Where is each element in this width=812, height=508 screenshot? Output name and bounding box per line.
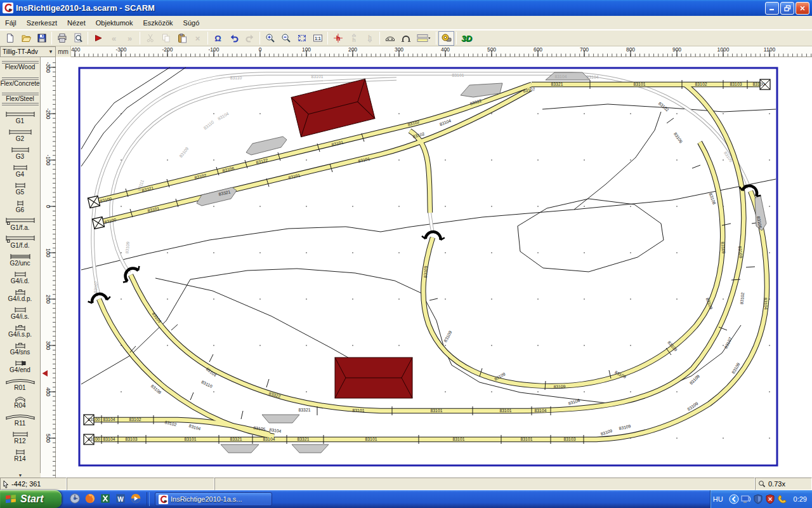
sidebar-item-g4-end[interactable]: G4/end [0,356,40,373]
track-library-selector[interactable]: Tillig-TT-Adv ▼ [0,46,56,57]
sidebar-item-label: R11 [15,420,26,427]
language-indicator[interactable]: HU [713,495,723,503]
sidebar-item-g3[interactable]: G3 [0,142,40,160]
media-player-icon[interactable] [130,493,143,505]
svg-text:83101: 83101 [452,73,464,77]
rotate-button[interactable]: Ω [210,31,226,46]
svg-text:W: W [117,496,124,503]
heights-button[interactable]: h [330,31,346,46]
track-piece-icon [3,358,38,366]
outlook-icon[interactable] [69,493,82,505]
svg-text:83104: 83104 [103,437,115,441]
status-message-panel [214,478,755,490]
sidebar-item-g1-f-a[interactable]: G1/f.a. [0,213,40,231]
firefox-icon[interactable] [84,493,97,505]
sidebar-item-label: G4/i.d. [11,277,29,284]
sidebar-item-g4-i-d[interactable]: G4/i.d. [0,267,40,284]
sidebar-item-label: R12 [14,438,25,444]
svg-text:83101: 83101 [353,408,365,413]
svg-text:83321: 83321 [551,82,563,86]
open-file-button[interactable] [18,31,34,46]
sidebar-item-r11[interactable]: R11 [0,409,40,427]
sidebar-item-label: G1 [16,117,24,124]
undo-button[interactable] [226,31,242,46]
menu-n-zet[interactable]: Nézet [62,17,91,29]
sidebar-item-r04[interactable]: R04 [0,391,40,409]
menu-s-g[interactable]: Súgó [178,17,205,29]
sidebar-item-g2[interactable]: G2 [0,124,40,142]
view-3d-button[interactable]: 3D [459,31,475,46]
start-button[interactable]: Start [0,490,62,508]
ruler-unit-label: mm [56,46,71,57]
track-plan-canvas[interactable]: 8332183101831028310383100831008332183102… [56,57,812,478]
sidebar-item-flex-steel[interactable]: Flex/Steel [0,90,40,107]
sidebar-item-flex-wood[interactable]: Flex/Wood [0,57,40,74]
track-piece-icon [3,411,38,420]
sidebar-item-r01[interactable]: R01 [0,373,40,391]
buffer-stop-icon[interactable] [88,196,100,208]
sidebar-item-g1[interactable]: G1 [0,107,40,124]
zoom-fit-button[interactable] [294,31,310,46]
sidebar-item-g4-i-s[interactable]: G4/i.s. [0,302,40,320]
tray-shield-blue-icon[interactable] [753,494,764,505]
track-piece-icon [3,376,38,384]
zoom-in-button[interactable] [262,31,278,46]
svg-text:h: h [336,34,340,42]
sidebar-item-g5[interactable]: G5 [0,178,40,196]
menu-szerkeszt[interactable]: Szerkeszt [22,17,62,29]
start-point-button[interactable] [90,31,106,46]
close-button[interactable] [796,2,809,15]
sidebar-item-g4-i-s-p[interactable]: G4/i.s.p. [0,320,40,338]
word-icon[interactable]: W [115,493,128,505]
svg-text:83104: 83104 [535,408,547,413]
bridge-button[interactable] [382,31,398,46]
new-file-button[interactable] [2,31,18,46]
track-piece-icon [3,251,38,260]
copy-button [158,31,174,46]
sidebar-item-g4[interactable]: G4 [0,160,40,178]
sidebar-item-g4-i-d-p[interactable]: G4/i.d.p. [0,284,40,302]
baseboard-outline[interactable] [79,68,777,465]
svg-text:1000: 1000 [717,46,730,53]
svg-text:83104: 83104 [587,75,599,79]
toolbar-separator [259,32,260,44]
taskbar-window-button[interactable]: InsRichtige2010-1a.s... [155,492,272,506]
tunnel-button[interactable] [398,31,414,46]
paste-button[interactable] [174,31,190,46]
zoom-out-button[interactable] [278,31,294,46]
menu-f-jl[interactable]: Fájl [0,17,22,29]
minimize-button[interactable] [765,2,779,15]
tray-phone-icon[interactable] [777,494,788,505]
measure-button[interactable] [438,31,454,46]
tray-display-icon[interactable] [741,494,752,505]
svg-text:500: 500 [45,434,51,443]
sidebar-item-g2-unc[interactable]: G2/unc [0,249,40,267]
sidebar-item-g1-f-d[interactable]: G1/f.d. [0,231,40,249]
menu-eszk-z-k[interactable]: Eszközök [138,17,178,29]
track-piece-icon [3,447,38,455]
sidebar-item-flex-concrete[interactable]: Flex/Concrete [0,74,40,90]
sidebar-item-g6[interactable]: G6 [0,196,40,213]
svg-text:900: 900 [672,46,681,53]
title-bar[interactable]: InsRichtige2010-1a.scarm - SCARM [0,0,812,16]
svg-text:83101: 83101 [634,82,646,86]
save-file-button[interactable] [34,31,49,46]
cursor-coordinates-panel: -442; 361 [0,478,67,490]
sidebar-item-label: G1/f.a. [10,224,29,231]
buffer-stop-icon[interactable] [92,217,104,229]
tray-shield-red-icon[interactable] [765,494,776,505]
surface-color-button[interactable] [414,31,434,46]
sidebar-item-r12[interactable]: R12 [0,427,40,444]
print-button[interactable] [54,31,70,46]
svg-text:700: 700 [580,46,589,53]
menu-objektumok[interactable]: Objektumok [91,17,138,29]
zoom-actual-button[interactable]: 1:1 [310,31,325,46]
restore-button[interactable] [780,2,794,15]
sidebar-scroll-down-button[interactable]: ▼ [0,473,41,478]
track-piece-icon [3,216,38,224]
sidebar-item-g4-sns[interactable]: G4/sns [0,338,40,356]
excel-icon[interactable] [100,493,112,505]
tray-collapse-icon[interactable] [729,494,740,505]
sidebar-item-r14[interactable]: R14 [0,444,40,462]
print-preview-button[interactable] [70,31,86,46]
